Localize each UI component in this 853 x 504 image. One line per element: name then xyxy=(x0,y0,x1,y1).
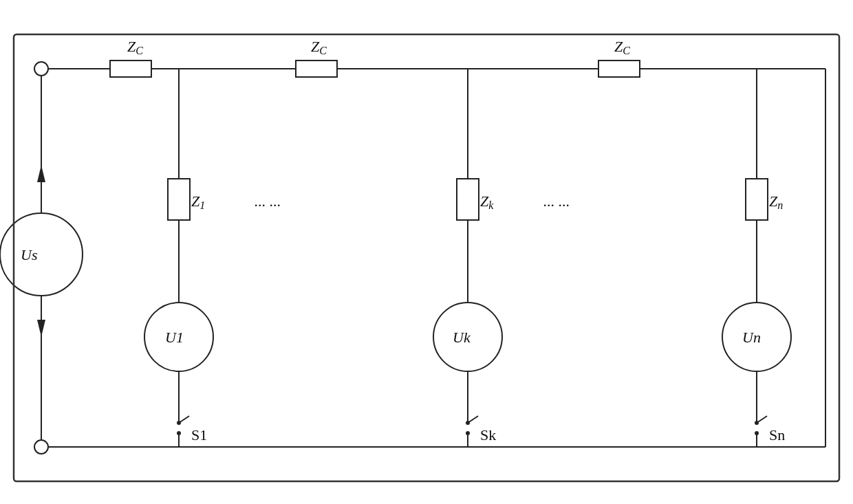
us-component xyxy=(0,213,83,296)
z1-component xyxy=(168,179,190,220)
us-label: Us xyxy=(21,246,37,263)
zc3-label: ZC xyxy=(614,38,630,56)
zc2-label: ZC xyxy=(311,38,327,56)
zk-component xyxy=(457,179,479,220)
circuit-diagram: ZC ZC ZC Z1 U1 S1 ... ... ... ... Zk Uk xyxy=(0,0,853,504)
zk-label: Zk xyxy=(480,193,494,211)
uk-label: Uk xyxy=(453,329,471,346)
u1-label: U1 xyxy=(165,329,184,346)
s1-label: S1 xyxy=(191,426,207,443)
sn-label: Sn xyxy=(769,426,785,443)
zc1-component xyxy=(110,61,151,77)
un-label: Un xyxy=(742,329,761,346)
sn-terminal2 xyxy=(755,431,759,435)
dots-top-2: ... ... xyxy=(543,193,570,210)
border xyxy=(14,34,839,481)
s1-terminal2 xyxy=(177,431,181,435)
dots-top-1: ... ... xyxy=(255,193,281,210)
sk-terminal1 xyxy=(466,421,470,425)
us-arrow-up xyxy=(37,165,45,182)
zc2-component xyxy=(296,61,337,77)
left-terminal-bottom xyxy=(34,440,48,454)
zc3-component xyxy=(598,61,640,77)
left-terminal-top xyxy=(34,62,48,76)
zn-component xyxy=(746,179,768,220)
us-arrow-down xyxy=(37,320,45,337)
sn-terminal1 xyxy=(755,421,759,425)
sk-terminal2 xyxy=(466,431,470,435)
sk-label: Sk xyxy=(480,426,496,443)
zc1-label: ZC xyxy=(127,38,143,56)
s1-terminal1 xyxy=(177,421,181,425)
zn-label: Zn xyxy=(769,193,783,211)
z1-label: Z1 xyxy=(191,193,205,211)
